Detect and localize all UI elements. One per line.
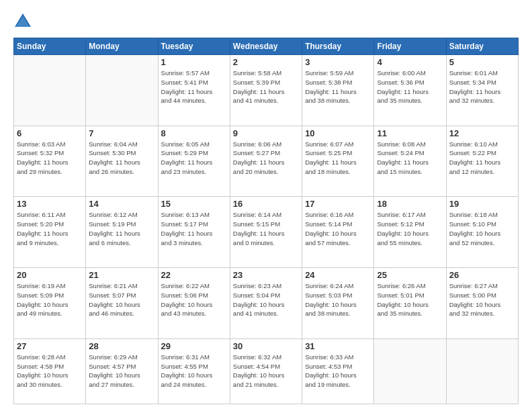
day-number: 27 — [17, 341, 83, 351]
day-number: 30 — [233, 341, 299, 351]
day-number: 17 — [305, 199, 371, 209]
calendar-cell: 15Sunrise: 6:13 AM Sunset: 5:17 PM Dayli… — [158, 197, 230, 268]
day-number: 11 — [377, 128, 443, 138]
calendar-cell: 20Sunrise: 6:19 AM Sunset: 5:09 PM Dayli… — [14, 268, 86, 339]
day-number: 25 — [377, 270, 443, 280]
calendar-cell: 29Sunrise: 6:31 AM Sunset: 4:55 PM Dayli… — [158, 338, 230, 404]
calendar-cell — [14, 55, 86, 126]
day-number: 3 — [305, 57, 371, 67]
calendar-week-row: 27Sunrise: 6:28 AM Sunset: 4:58 PM Dayli… — [14, 338, 519, 404]
day-number: 9 — [233, 128, 299, 138]
calendar-cell: 13Sunrise: 6:11 AM Sunset: 5:20 PM Dayli… — [14, 197, 86, 268]
day-number: 16 — [233, 199, 299, 209]
calendar-cell — [446, 338, 518, 404]
day-info: Sunrise: 6:24 AM Sunset: 5:03 PM Dayligh… — [305, 281, 371, 318]
day-number: 4 — [377, 57, 443, 67]
calendar-cell — [374, 338, 446, 404]
day-info: Sunrise: 6:05 AM Sunset: 5:29 PM Dayligh… — [161, 140, 227, 177]
calendar-cell: 18Sunrise: 6:17 AM Sunset: 5:12 PM Dayli… — [374, 197, 446, 268]
day-number: 1 — [161, 57, 227, 67]
day-info: Sunrise: 6:29 AM Sunset: 4:57 PM Dayligh… — [89, 353, 154, 390]
calendar-cell: 22Sunrise: 6:22 AM Sunset: 5:06 PM Dayli… — [158, 268, 230, 339]
calendar-cell: 28Sunrise: 6:29 AM Sunset: 4:57 PM Dayli… — [86, 338, 158, 404]
day-info: Sunrise: 6:22 AM Sunset: 5:06 PM Dayligh… — [161, 281, 227, 318]
day-info: Sunrise: 6:31 AM Sunset: 4:55 PM Dayligh… — [161, 353, 227, 390]
day-info: Sunrise: 6:07 AM Sunset: 5:25 PM Dayligh… — [305, 140, 371, 177]
day-info: Sunrise: 6:14 AM Sunset: 5:15 PM Dayligh… — [233, 210, 299, 247]
day-info: Sunrise: 6:17 AM Sunset: 5:12 PM Dayligh… — [377, 210, 443, 247]
day-info: Sunrise: 6:00 AM Sunset: 5:36 PM Dayligh… — [377, 68, 443, 105]
day-number: 20 — [17, 270, 83, 280]
day-number: 31 — [305, 341, 371, 351]
day-number: 23 — [233, 270, 299, 280]
day-info: Sunrise: 6:12 AM Sunset: 5:19 PM Dayligh… — [89, 210, 154, 247]
calendar-table: SundayMondayTuesdayWednesdayThursdayFrid… — [13, 38, 519, 404]
day-info: Sunrise: 6:08 AM Sunset: 5:24 PM Dayligh… — [377, 140, 443, 177]
day-header-saturday: Saturday — [446, 38, 518, 55]
calendar-week-row: 13Sunrise: 6:11 AM Sunset: 5:20 PM Dayli… — [14, 197, 519, 268]
calendar-cell: 9Sunrise: 6:06 AM Sunset: 5:27 PM Daylig… — [230, 126, 302, 197]
calendar-cell: 10Sunrise: 6:07 AM Sunset: 5:25 PM Dayli… — [302, 126, 374, 197]
day-number: 18 — [377, 199, 443, 209]
day-info: Sunrise: 6:21 AM Sunset: 5:07 PM Dayligh… — [89, 281, 154, 318]
day-number: 13 — [17, 199, 83, 209]
day-number: 28 — [89, 341, 154, 351]
day-info: Sunrise: 5:57 AM Sunset: 5:41 PM Dayligh… — [161, 68, 227, 105]
logo-icon — [13, 12, 32, 31]
day-header-wednesday: Wednesday — [230, 38, 302, 55]
calendar-cell: 3Sunrise: 5:59 AM Sunset: 5:38 PM Daylig… — [302, 55, 374, 126]
day-header-friday: Friday — [374, 38, 446, 55]
calendar-cell: 31Sunrise: 6:33 AM Sunset: 4:53 PM Dayli… — [302, 338, 374, 404]
day-info: Sunrise: 6:33 AM Sunset: 4:53 PM Dayligh… — [305, 353, 371, 390]
day-number: 21 — [89, 270, 154, 280]
day-number: 10 — [305, 128, 371, 138]
day-info: Sunrise: 6:23 AM Sunset: 5:04 PM Dayligh… — [233, 281, 299, 318]
calendar-cell: 8Sunrise: 6:05 AM Sunset: 5:29 PM Daylig… — [158, 126, 230, 197]
calendar-cell: 5Sunrise: 6:01 AM Sunset: 5:34 PM Daylig… — [446, 55, 518, 126]
header — [13, 12, 519, 31]
day-number: 29 — [161, 341, 227, 351]
calendar-cell: 24Sunrise: 6:24 AM Sunset: 5:03 PM Dayli… — [302, 268, 374, 339]
day-info: Sunrise: 6:01 AM Sunset: 5:34 PM Dayligh… — [449, 68, 515, 105]
day-number: 2 — [233, 57, 299, 67]
calendar-week-row: 1Sunrise: 5:57 AM Sunset: 5:41 PM Daylig… — [14, 55, 519, 126]
day-number: 19 — [449, 199, 515, 209]
day-info: Sunrise: 6:06 AM Sunset: 5:27 PM Dayligh… — [233, 140, 299, 177]
calendar-cell: 6Sunrise: 6:03 AM Sunset: 5:32 PM Daylig… — [14, 126, 86, 197]
calendar-cell: 14Sunrise: 6:12 AM Sunset: 5:19 PM Dayli… — [86, 197, 158, 268]
day-info: Sunrise: 6:18 AM Sunset: 5:10 PM Dayligh… — [449, 210, 515, 247]
calendar-cell: 2Sunrise: 5:58 AM Sunset: 5:39 PM Daylig… — [230, 55, 302, 126]
day-number: 7 — [89, 128, 154, 138]
calendar-cell — [86, 55, 158, 126]
day-info: Sunrise: 6:03 AM Sunset: 5:32 PM Dayligh… — [17, 140, 83, 177]
calendar-cell: 1Sunrise: 5:57 AM Sunset: 5:41 PM Daylig… — [158, 55, 230, 126]
calendar-cell: 19Sunrise: 6:18 AM Sunset: 5:10 PM Dayli… — [446, 197, 518, 268]
day-number: 12 — [449, 128, 515, 138]
day-info: Sunrise: 6:27 AM Sunset: 5:00 PM Dayligh… — [449, 281, 515, 318]
day-number: 6 — [17, 128, 83, 138]
day-number: 26 — [449, 270, 515, 280]
day-number: 22 — [161, 270, 227, 280]
calendar-cell: 17Sunrise: 6:16 AM Sunset: 5:14 PM Dayli… — [302, 197, 374, 268]
day-info: Sunrise: 6:04 AM Sunset: 5:30 PM Dayligh… — [89, 140, 154, 177]
calendar-cell: 26Sunrise: 6:27 AM Sunset: 5:00 PM Dayli… — [446, 268, 518, 339]
calendar-cell: 11Sunrise: 6:08 AM Sunset: 5:24 PM Dayli… — [374, 126, 446, 197]
day-number: 5 — [449, 57, 515, 67]
calendar-cell: 30Sunrise: 6:32 AM Sunset: 4:54 PM Dayli… — [230, 338, 302, 404]
day-info: Sunrise: 5:59 AM Sunset: 5:38 PM Dayligh… — [305, 68, 371, 105]
page: SundayMondayTuesdayWednesdayThursdayFrid… — [0, 0, 532, 411]
calendar-cell: 21Sunrise: 6:21 AM Sunset: 5:07 PM Dayli… — [86, 268, 158, 339]
day-number: 14 — [89, 199, 154, 209]
day-info: Sunrise: 6:26 AM Sunset: 5:01 PM Dayligh… — [377, 281, 443, 318]
calendar-cell: 7Sunrise: 6:04 AM Sunset: 5:30 PM Daylig… — [86, 126, 158, 197]
day-info: Sunrise: 6:32 AM Sunset: 4:54 PM Dayligh… — [233, 353, 299, 390]
logo — [13, 12, 35, 31]
day-header-thursday: Thursday — [302, 38, 374, 55]
day-header-tuesday: Tuesday — [158, 38, 230, 55]
day-info: Sunrise: 6:10 AM Sunset: 5:22 PM Dayligh… — [449, 140, 515, 177]
calendar-cell: 16Sunrise: 6:14 AM Sunset: 5:15 PM Dayli… — [230, 197, 302, 268]
day-info: Sunrise: 6:13 AM Sunset: 5:17 PM Dayligh… — [161, 210, 227, 247]
calendar-cell: 4Sunrise: 6:00 AM Sunset: 5:36 PM Daylig… — [374, 55, 446, 126]
day-info: Sunrise: 6:28 AM Sunset: 4:58 PM Dayligh… — [17, 353, 83, 390]
calendar-week-row: 6Sunrise: 6:03 AM Sunset: 5:32 PM Daylig… — [14, 126, 519, 197]
